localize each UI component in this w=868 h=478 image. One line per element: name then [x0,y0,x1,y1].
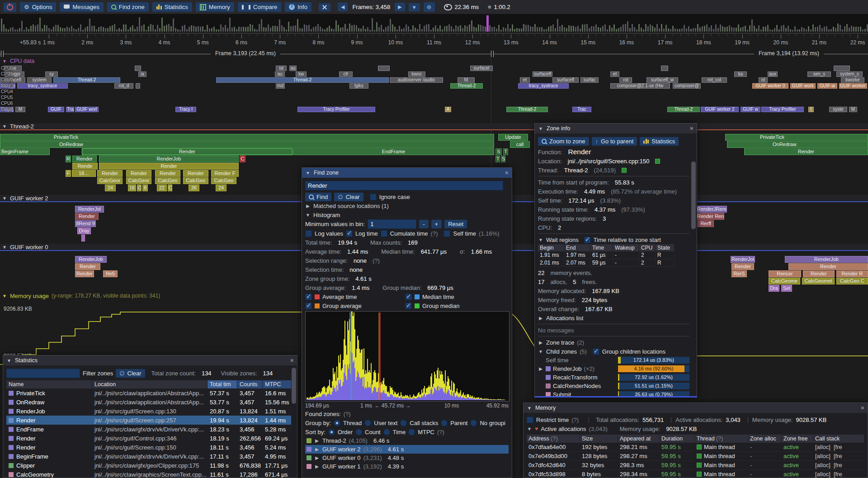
timeline-zone[interactable]: Sel [781,285,792,292]
column-header[interactable]: Call stack [813,435,864,443]
time-ruler[interactable]: +55.83 s1 ms2 ms3 ms4 ms5 ms6 ms7 ms8 ms… [0,33,868,50]
tools-button[interactable] [319,3,330,11]
log-time-checkbox[interactable] [346,230,353,237]
child-zone-row[interactable]: Self time172.14 us (3.83%) [538,356,689,364]
cpu-zone[interactable]: M [849,107,857,112]
timeline-zone[interactable]: CalcGeo [211,177,236,184]
timeline-zone[interactable]: T [503,148,508,155]
cpu-zone[interactable]: GUIF worker 2 [701,107,739,112]
frame-markers[interactable]: Frame 3,193 (22.45 ms)Frame 3,194 (13.92… [0,50,868,58]
wait-column-header[interactable]: CPU [639,244,656,251]
radio-order[interactable] [328,429,335,435]
timeline-zone[interactable]: 18… [72,170,96,177]
frame-time-graph[interactable] [0,14,868,33]
timeline-zone[interactable]: Render [75,213,99,220]
timeline-zone[interactable]: BeginFrame [0,148,50,155]
cpu-zone[interactable]: system_s [836,71,863,77]
cpu-zone[interactable]: GUIF w [741,107,760,112]
cpu-zone[interactable]: GUIF worker 1 [839,83,867,89]
timeline-zone[interactable]: PrivateTick [725,134,868,141]
collapse-arrow-icon[interactable]: ▼ [527,426,532,431]
timeline-zone[interactable]: S [495,148,502,155]
table-row[interactable]: EndFramejni/../jni/src/claw/gfx/drv/vk/D… [6,425,294,434]
cpu-zone[interactable]: Thread-2 [216,77,389,83]
cpu-zone[interactable]: Thread-2 [667,107,700,112]
child-zone-row[interactable]: Submit35.63 us (0.79%) [538,390,689,396]
cpu-zone[interactable]: GUIF-w [817,83,837,89]
timeline-zone[interactable]: C [168,185,172,191]
child-zone-row[interactable]: ▶RenderJob(×2)4.16 ms (92.60%) [538,364,689,373]
timeline-zone[interactable]: RenderJol [731,256,755,263]
statistics-titlebar[interactable]: ▼ Statistics × [3,355,297,365]
thread-marker[interactable] [622,168,627,173]
next-frame-button[interactable]: ▶ [395,3,405,11]
cpu-zone[interactable] [834,66,850,71]
table-row[interactable]: BeginFramejni/../jni/src/claw/gfx/drv/vk… [6,452,294,461]
cpu-zone[interactable]: I [808,107,814,112]
find-button[interactable]: Find [305,193,331,201]
find-zone-titlebar[interactable]: ▼ Find zone × [302,168,512,178]
column-header[interactable]: Zone alloc [748,435,782,443]
timeline-zone[interactable] [81,235,85,241]
cpu-zone[interactable]: audioserver /audio [390,77,443,83]
info-button[interactable]: Info [285,2,311,12]
radio-parent[interactable] [441,420,448,426]
cpu-zone[interactable] [136,83,140,89]
expand-arrow-icon[interactable]: ▶ [538,316,543,321]
timeline-zone[interactable]: Re5 [103,270,118,277]
timeline-zone[interactable]: PrivateTick [0,134,494,141]
legend-checkbox[interactable] [305,293,312,300]
timeline-zone[interactable]: Render [731,263,754,270]
cpu-zone[interactable]: au [289,66,297,71]
close-icon[interactable]: × [861,404,864,412]
radio-count[interactable] [355,429,362,435]
table-row[interactable]: RenderJobjni/../jni/src/guif/Screen.cpp:… [6,407,294,416]
timeline-zone[interactable]: RenderJob [75,256,107,263]
timeline-zone[interactable]: Render R [836,270,868,277]
timeline-zone[interactable]: 24 [105,185,116,191]
cpu-zone[interactable]: tracy_systrace [518,83,569,89]
expand-arrow-icon[interactable]: ▶ [538,340,543,345]
cpu-zone[interactable]: kworke [841,77,864,83]
timeline-zone[interactable]: Render F [211,170,239,177]
timeline-zone[interactable]: Render [99,163,239,170]
log-values-checkbox[interactable] [305,230,312,237]
timeline-zone[interactable]: 8Rend 9 [75,220,96,227]
wait-column-header[interactable]: End [564,244,590,251]
self-time-checkbox[interactable] [443,230,450,237]
cpu-zone[interactable]: au [275,71,285,77]
zone-group-row[interactable]: ▶GUIF worker 2(3,296)4.61 s [305,445,509,454]
timeline-zone[interactable]: Render [155,170,180,177]
cpu-zone[interactable]: Thread-2 [450,83,483,89]
timeline-zone[interactable]: Render Ren [696,213,724,220]
goto-frame-button[interactable]: ⊕ [424,2,435,12]
cpu-zone[interactable]: Tracy Profiler [297,107,375,112]
child-zone-row[interactable]: CalcRenderNodes51.51 us (1.15%) [538,382,689,390]
cpu-zone[interactable]: et [610,71,619,77]
legend-checkbox[interactable] [305,303,312,309]
reset-button[interactable]: Reset [444,220,467,228]
radio-call-stacks[interactable] [400,420,407,426]
cpu-zone[interactable] [661,66,668,71]
close-icon[interactable]: × [690,125,693,132]
cpu-zone[interactable]: surfacefl [533,71,552,77]
child-zone-row[interactable]: RecalcTransform72.92 us (1.62%) [538,373,689,382]
cpu-zone[interactable]: surfacefl [552,77,579,83]
group-children-checkbox[interactable] [593,348,599,355]
table-row[interactable]: CalcGeometryjni/../jni/src/claw/graphics… [6,470,294,478]
thread2-header[interactable]: ▼ Thread-2 [0,123,868,130]
column-header[interactable]: Duration [660,435,695,443]
cpu-zone[interactable]: GUIF [48,107,64,112]
restrict-time-checkbox[interactable] [527,416,533,423]
allocation-row[interactable]: 0x7dfc42d64032 bytes298.3 ms59.95 sMain … [527,461,864,470]
table-row[interactable]: PrivateTickjni/../jni/src/claw/applicati… [6,388,294,398]
cpu-zone[interactable]: Thread-2 [506,107,548,112]
min-bin-input[interactable] [368,219,416,229]
scrollbar[interactable] [291,366,297,476]
timeline-zone[interactable]: Render [97,170,123,177]
collapse-arrow-icon[interactable]: ▼ [538,349,543,354]
collapse-arrow-icon[interactable]: ▼ [305,213,311,218]
timeline-zone[interactable]: Render [126,170,151,177]
alloc-link[interactable]: [alloc] [815,462,830,469]
cpu-zone[interactable]: lgiks [349,83,368,89]
